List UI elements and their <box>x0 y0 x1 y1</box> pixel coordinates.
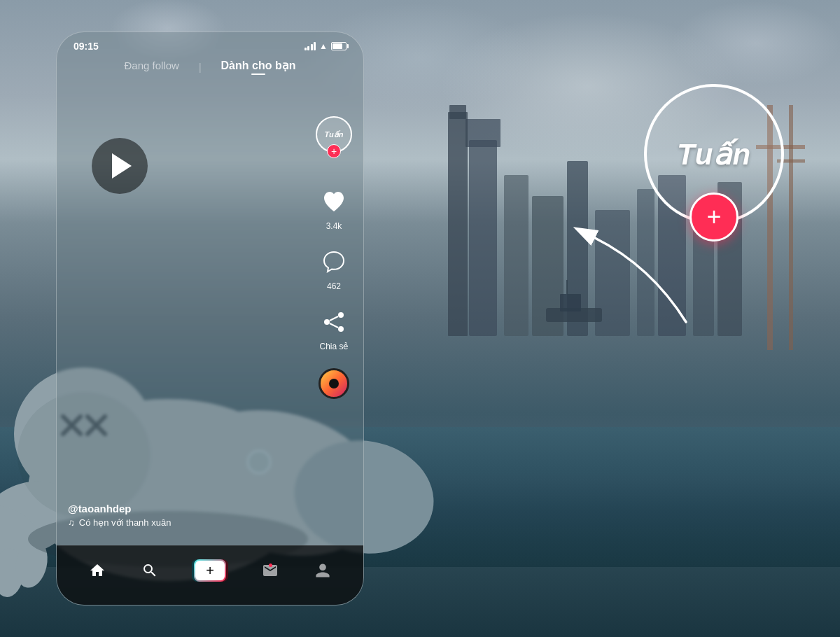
svg-rect-18 <box>469 140 497 336</box>
svg-point-37 <box>338 312 344 318</box>
comment-action[interactable]: 462 <box>317 245 351 291</box>
tab-following[interactable]: Đang follow <box>125 59 179 74</box>
svg-rect-42 <box>269 564 272 567</box>
nav-inbox[interactable] <box>262 562 279 579</box>
comment-icon <box>317 245 351 279</box>
svg-point-39 <box>338 326 344 332</box>
nav-tabs: Đang follow | Dành cho bạn <box>57 56 363 82</box>
search-icon <box>141 562 158 579</box>
video-info: @taoanhdep ♫ Có hẹn với thanh xuân <box>68 503 307 528</box>
inbox-icon <box>262 562 279 579</box>
create-button[interactable]: + <box>194 559 226 582</box>
music-info[interactable]: ♫ Có hẹn với thanh xuân <box>68 517 307 528</box>
status-icons: ▲ <box>304 41 346 51</box>
music-disc-action[interactable] <box>318 368 349 399</box>
wifi-icon: ▲ <box>319 41 328 51</box>
avatar-follow-button[interactable]: + <box>327 144 341 158</box>
profile-icon <box>314 562 331 579</box>
like-action[interactable]: 3.4k <box>317 185 351 231</box>
share-icon <box>317 305 351 339</box>
battery-icon <box>331 42 346 50</box>
nav-home[interactable] <box>89 562 106 579</box>
nav-create[interactable]: + <box>194 559 226 582</box>
tab-separator: | <box>199 62 202 73</box>
svg-point-38 <box>324 319 330 325</box>
tuan-annotation-text: Tuấn <box>677 137 751 172</box>
status-bar: 09:15 ▲ <box>57 32 363 56</box>
signal-icon <box>304 42 316 50</box>
annotation-tuan-container: Tuấn + <box>644 84 784 224</box>
nav-profile[interactable] <box>314 562 331 579</box>
svg-line-41 <box>330 323 338 328</box>
heart-icon <box>317 185 351 218</box>
create-plus-icon: + <box>206 564 214 578</box>
time-display: 09:15 <box>74 41 99 52</box>
tab-for-you[interactable]: Dành cho bạn <box>221 59 296 75</box>
phone-frame: 09:15 ▲ Đang follow | Dành cho bạn Tuấn <box>56 31 364 606</box>
svg-rect-19 <box>465 119 500 147</box>
like-count: 3.4k <box>326 221 342 231</box>
svg-line-40 <box>330 316 338 321</box>
music-note-icon: ♫ <box>68 517 75 528</box>
play-button[interactable] <box>92 138 148 194</box>
nav-search[interactable] <box>141 562 158 579</box>
avatar-text: Tuấn <box>325 130 344 139</box>
svg-rect-28 <box>448 112 468 336</box>
create-button-inner: + <box>195 561 225 580</box>
bottom-navigation: + <box>57 545 363 605</box>
svg-rect-29 <box>449 105 466 119</box>
svg-rect-20 <box>504 175 528 336</box>
annotation-arrow <box>560 210 714 336</box>
right-actions-panel: Tuấn + 3.4k 462 <box>316 116 352 399</box>
home-icon <box>89 562 106 579</box>
creator-username[interactable]: @taoanhdep <box>68 503 307 514</box>
comment-count: 462 <box>327 281 341 291</box>
creator-avatar[interactable]: Tuấn + <box>316 116 352 153</box>
music-title: Có hẹn với thanh xuân <box>79 517 172 528</box>
play-triangle-icon <box>112 153 132 178</box>
share-label: Chia sẻ <box>319 342 348 351</box>
share-action[interactable]: Chia sẻ <box>317 305 351 351</box>
